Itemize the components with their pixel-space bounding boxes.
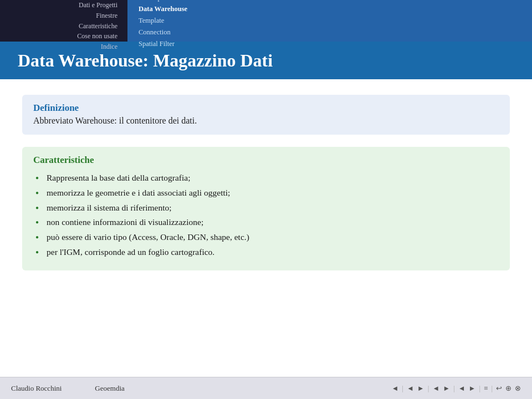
nav-left-item[interactable]: Dati e Progetti	[79, 1, 117, 10]
nav-back-icon[interactable]: ◄	[432, 384, 439, 393]
list-item: Rappresenta la base dati della cartograf…	[33, 171, 499, 185]
definizione-box: Definizione Abbreviato Warehouse: il con…	[22, 95, 510, 135]
list-item: memorizza le geometrie e i dati associat…	[33, 186, 499, 200]
author-name: Claudio Rocchini	[11, 384, 62, 393]
menu-icon[interactable]: ≡	[484, 384, 488, 393]
nav-left-menu: IntroduzioneDati e ProgettiFinestreCarat…	[0, 0, 127, 42]
zoom-in-icon[interactable]: ⊕	[505, 384, 511, 393]
top-navigation: IntroduzioneDati e ProgettiFinestreCarat…	[0, 0, 532, 42]
caratteristiche-list: Rappresenta la base dati della cartograf…	[33, 171, 499, 259]
caratteristiche-title: Caratteristiche	[33, 155, 499, 166]
nav-right-menu: WorkSpaceData WarehouseTemplateConnectio…	[127, 0, 532, 42]
company-name: Geoemdia	[95, 384, 124, 393]
nav-right-item[interactable]: Connection	[139, 27, 521, 38]
nav-left-item[interactable]: Cose non usate	[77, 32, 117, 41]
nav-forward2-icon[interactable]: ►	[469, 384, 476, 393]
page-title: Data Warehouse: Magazzino Dati	[18, 50, 273, 71]
nav-prev2-icon[interactable]: ◄	[407, 384, 414, 393]
refresh-icon[interactable]: ↩	[496, 384, 502, 393]
zoom-out-icon[interactable]: ⊗	[515, 384, 521, 393]
list-item: memorizza il sistema di riferimento;	[33, 201, 499, 215]
nav-forward-icon[interactable]: ►	[443, 384, 450, 393]
bottom-center: Claudio Rocchini Geoemdia	[11, 384, 125, 393]
nav-right-item[interactable]: WorkSpace	[139, 0, 521, 3]
list-item: non contiene informazioni di visualizzaz…	[33, 216, 499, 229]
caratteristiche-box: Caratteristiche Rappresenta la base dati…	[22, 147, 510, 270]
definizione-title: Definizione	[33, 103, 499, 114]
list-item: per l'IGM, corrisponde ad un foglio cart…	[33, 245, 499, 259]
bottom-nav-icons[interactable]: ◄ | ◄ ► | ◄ ► | ◄ ► | ≡ | ↩ ⊕ ⊗	[391, 384, 521, 393]
definizione-text: Abbreviato Warehouse: il contenitore dei…	[33, 116, 499, 126]
nav-right-item[interactable]: Data Warehouse	[139, 4, 521, 14]
bottom-bar: Claudio Rocchini Geoemdia ◄ | ◄ ► | ◄ ► …	[0, 377, 532, 399]
nav-left-item[interactable]: Caratteristiche	[79, 22, 117, 31]
list-item: può essere di vario tipo (Access, Oracle…	[33, 231, 499, 244]
nav-next2-icon[interactable]: ►	[417, 384, 424, 393]
nav-left-item[interactable]: Finestre	[96, 11, 117, 21]
nav-right-item[interactable]: Template	[139, 16, 521, 26]
nav-back2-icon[interactable]: ◄	[458, 384, 466, 393]
nav-prev-icon[interactable]: ◄	[391, 384, 398, 393]
nav-right-item[interactable]: Spatial Filter	[139, 39, 521, 49]
main-content: Definizione Abbreviato Warehouse: il con…	[0, 79, 532, 282]
